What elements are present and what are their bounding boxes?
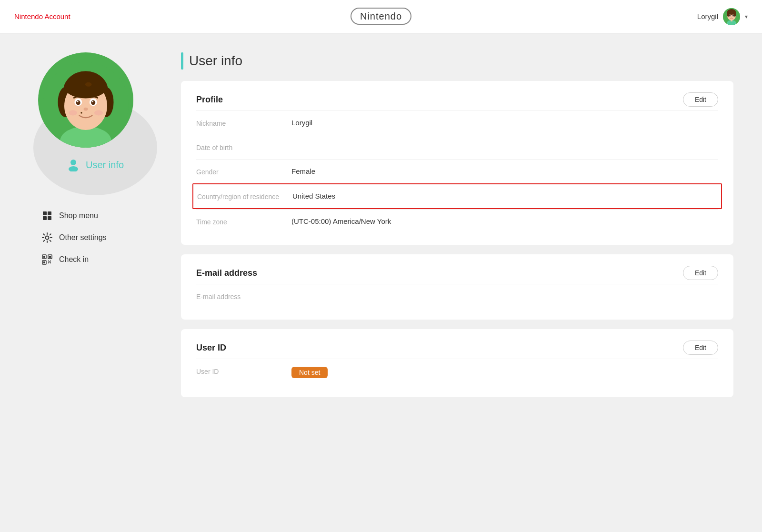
svg-rect-31 [43,211,47,215]
field-email: E-mail address [196,284,718,308]
header-avatar-icon [723,8,740,25]
country-value: United States [292,192,335,200]
page-title-accent [181,52,183,70]
email-label: E-mail address [196,292,291,301]
svg-point-7 [731,17,732,17]
sidebar-mii-avatar [43,62,129,148]
field-nickname: Nickname Lorygil [196,110,718,135]
sidebar-user-info-label: User info [86,160,124,171]
other-settings-label: Other settings [59,233,107,242]
timezone-label: Time zone [196,217,291,226]
svg-rect-37 [43,256,45,258]
sidebar-avatar [38,52,133,148]
sidebar-item-other-settings[interactable]: Other settings [38,227,162,249]
email-card-title: E-mail address [196,268,257,278]
qr-icon [42,254,52,265]
field-dob: Date of birth [196,135,718,159]
header-avatar[interactable] [723,8,740,25]
profile-card: Profile Edit Nickname Lorygil Date of bi… [181,81,733,245]
svg-point-28 [80,112,82,113]
nintendo-logo-text: Nintendo [351,8,411,25]
svg-rect-44 [48,262,49,263]
svg-point-24 [92,101,93,102]
shop-icon [42,211,52,221]
svg-point-26 [69,110,77,115]
gender-label: Gender [196,167,291,176]
country-label: Country/region of residence [197,192,292,201]
profile-card-header: Profile Edit [196,92,718,107]
shop-menu-label: Shop menu [59,211,98,220]
field-timezone: Time zone (UTC-05:00) America/New York [196,209,718,233]
svg-point-18 [85,82,92,87]
svg-point-35 [46,236,49,240]
svg-rect-41 [43,261,45,263]
svg-rect-46 [49,261,50,262]
sidebar-item-shop-menu[interactable]: Shop menu [38,205,162,227]
userid-card-header: User ID Edit [196,341,718,355]
svg-rect-32 [48,211,51,215]
gear-icon [42,232,52,243]
main-content: User info Profile Edit Nickname Lorygil … [181,52,733,513]
check-in-label: Check in [59,255,89,264]
userid-card: User ID Edit User ID Not set [181,329,733,397]
userid-not-set-badge: Not set [291,367,328,378]
header: Nintendo Account Nintendo Lorygil [0,0,762,33]
user-info-icon [67,158,80,171]
svg-rect-39 [49,256,51,258]
svg-rect-34 [48,216,51,220]
sidebar-nav: Shop menu Other settings [29,205,162,271]
svg-point-17 [64,75,107,99]
sidebar-item-check-in[interactable]: Check in [38,249,162,271]
page-title-bar: User info [181,52,733,70]
svg-rect-42 [48,261,49,261]
svg-rect-9 [731,20,732,21]
svg-point-30 [69,166,78,171]
sidebar: User info Shop menu Othe [29,52,162,513]
userid-edit-button[interactable]: Edit [683,341,718,355]
header-username: Lorygil [697,12,718,20]
svg-point-22 [91,100,95,105]
page-title: User info [189,53,242,69]
header-logo: Nintendo [351,11,411,22]
dob-label: Date of birth [196,143,291,151]
sidebar-user-info[interactable]: User info [67,158,124,171]
svg-rect-45 [50,262,51,263]
email-card: E-mail address Edit E-mail address [181,254,733,320]
svg-point-21 [76,100,80,105]
svg-point-6 [732,15,734,16]
main-layout: User info Shop menu Othe [0,33,762,532]
field-userid: User ID Not set [196,359,718,386]
timezone-value: (UTC-05:00) America/New York [291,217,391,225]
header-dropdown-icon[interactable]: ▾ [745,13,748,20]
svg-rect-43 [50,261,51,261]
site-name[interactable]: Nintendo Account [14,12,70,20]
svg-point-29 [70,160,76,165]
header-user-area[interactable]: Lorygil [697,8,748,25]
nickname-value: Lorygil [291,119,312,127]
profile-card-title: Profile [196,95,223,105]
nickname-label: Nickname [196,119,291,127]
email-edit-button[interactable]: Edit [683,266,718,280]
field-country: Country/region of residence United State… [192,183,722,209]
svg-point-5 [729,15,731,16]
svg-rect-33 [43,216,47,220]
svg-point-23 [77,101,79,102]
svg-point-27 [94,110,103,115]
svg-point-25 [84,108,88,111]
userid-card-title: User ID [196,343,226,353]
email-card-header: E-mail address Edit [196,266,718,280]
userid-label: User ID [196,367,291,375]
profile-edit-button[interactable]: Edit [683,92,718,107]
gender-value: Female [291,167,315,175]
field-gender: Gender Female [196,159,718,183]
